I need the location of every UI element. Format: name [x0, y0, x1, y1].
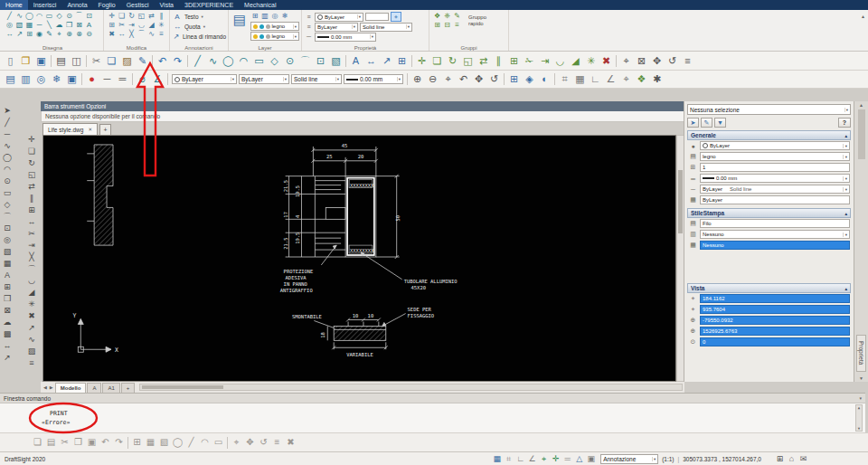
cancella-2-icon[interactable]: ✖ [26, 310, 38, 322]
congela-layer-r-icon[interactable]: ❄ [280, 12, 290, 21]
cmd-griglia-icon[interactable]: ▦ [144, 436, 157, 449]
cmd-arco-icon[interactable]: ◠ [198, 436, 212, 449]
canvas-horizontal-scrollbar[interactable] [139, 384, 683, 391]
annulla-icon[interactable]: ↶ [155, 53, 170, 68]
snap-r-icon[interactable]: ⌖ [54, 30, 64, 39]
gestione-layer-icon[interactable]: ▤ [3, 72, 18, 87]
tab-annota[interactable]: Annota [61, 0, 92, 10]
cmd-copia-icon[interactable]: ❏ [31, 436, 44, 449]
esplodi-2-icon[interactable]: ✳ [26, 299, 38, 310]
chevron-up-icon[interactable]: ▴ [844, 286, 847, 291]
chevron-down-icon[interactable]: ▾ [352, 24, 355, 29]
otrack-stato-icon[interactable]: ✛ [550, 453, 561, 464]
osnap-stato-icon[interactable]: ⌖ [538, 453, 550, 464]
scrollbar-thumb[interactable] [142, 385, 223, 389]
blocco-icon[interactable]: ❒ [2, 293, 14, 305]
cerchio-icon[interactable]: ◯ [221, 53, 236, 68]
estendi-r-icon[interactable]: ⇥ [127, 21, 137, 30]
new-document-tab-button[interactable]: + [99, 124, 111, 135]
selection-mode-toggle[interactable]: ⌖ [391, 12, 401, 22]
chevron-down-icon[interactable]: ▾ [283, 77, 287, 81]
griglia-icon[interactable]: ▦ [572, 72, 588, 87]
ruota-2-icon[interactable]: ↻ [26, 157, 38, 169]
estendi-2-icon[interactable]: ⇥ [26, 240, 38, 251]
taglia-entita-icon[interactable]: ✁ [522, 53, 537, 68]
testo-r-icon[interactable]: A [84, 21, 94, 30]
cmd-proprieta-icon[interactable]: ≡ [270, 436, 284, 449]
printstyle-field[interactable]: Nessuno ▾ [700, 230, 850, 239]
regione-r-icon[interactable]: ▦ [24, 21, 34, 30]
prop-field-layer[interactable]: legno ▾ [700, 152, 850, 161]
scroll-up-icon[interactable]: ▲ [859, 102, 863, 108]
direttrice-r-icon[interactable]: ↗ [14, 30, 24, 39]
chevron-up-icon[interactable]: ▴ [844, 211, 847, 216]
direttrice-icon[interactable]: ↗ [379, 53, 394, 68]
stira-icon[interactable]: ↔ [26, 216, 38, 228]
group-label-proprieta[interactable]: Proprietà [302, 45, 429, 51]
prop-field-transparency[interactable]: ByLayer [700, 195, 850, 204]
area-grafica-icon[interactable]: ⌂ [786, 453, 797, 464]
filtro-icon[interactable]: ▼ [714, 118, 726, 128]
command-scrollbar[interactable]: ▲ ▼ [855, 404, 863, 432]
arco-icon[interactable]: ◠ [236, 53, 251, 68]
sheet-next-icon[interactable]: ▶ [49, 384, 54, 390]
wipeout-icon[interactable]: ▩ [2, 328, 14, 340]
prop-field-color[interactable]: ByLayer ▾ [700, 141, 850, 150]
modifica-rapida-icon[interactable]: ✎ [701, 118, 712, 128]
snap-stato-icon[interactable]: ⌗ [503, 453, 514, 464]
copia-icon[interactable]: ❏ [104, 53, 119, 68]
linea-r-icon[interactable]: ╱ [5, 12, 14, 21]
group-label-disegna[interactable]: Disegna [2, 45, 103, 51]
vista-row[interactable]: ⌖184.1162 [687, 293, 851, 304]
schizzo-r-icon[interactable]: ✎ [44, 30, 54, 39]
poligono-r-icon[interactable]: ◇ [54, 12, 64, 21]
scala-icon[interactable]: ◱ [460, 53, 476, 68]
printstyle-field-selected[interactable]: Nessuno [700, 241, 850, 250]
prop-field-linestyle[interactable]: ByLayer Solid line ▾ [700, 185, 850, 194]
cima-icon[interactable]: ◢ [568, 53, 583, 68]
cmd-rigenera-icon[interactable]: ↺ [257, 436, 270, 449]
chevron-down-icon[interactable]: ▾ [843, 232, 847, 237]
prop-row-color[interactable]: ● ByLayer ▾ [687, 140, 851, 151]
tab-home[interactable]: Home [0, 0, 28, 10]
spezza-icon[interactable]: ╳ [26, 251, 38, 263]
spline-icon[interactable]: ⌒ [297, 53, 313, 68]
blocca-layer-icon[interactable]: ▣ [64, 72, 80, 87]
command-history[interactable]: PRINT «Errore» ▲ ▼ [0, 403, 865, 433]
printstyle-row-2[interactable]: ▥ Nessuno ▾ [687, 229, 851, 240]
cmd-stampa-icon[interactable]: ▤ [44, 436, 58, 449]
regione-icon[interactable]: ▦ [2, 258, 14, 270]
apri-icon[interactable]: ❐ [18, 53, 33, 68]
zoom-finestra-icon[interactable]: ⌖ [618, 53, 634, 68]
line-color-combo[interactable]: ByLayer ▾ [315, 13, 363, 22]
vista-row[interactable]: ⊕1526925.6763 [687, 326, 851, 337]
scroll-down-icon[interactable]: ▼ [858, 426, 860, 431]
colore-entita-icon[interactable]: ● [84, 72, 99, 87]
linestyle-bylayer-combo[interactable]: ByLayer ▾ [315, 23, 358, 32]
stato-layer-r-icon[interactable]: ▥ [260, 12, 270, 21]
chevron-down-icon[interactable]: ▾ [203, 24, 205, 29]
blocco-r-icon[interactable]: ❒ [64, 21, 74, 30]
rettangolo-2-icon[interactable]: ▭ [2, 187, 14, 199]
sheet-prev-icon[interactable]: ◀ [42, 384, 48, 390]
osnap-icon[interactable]: ⌖ [618, 72, 634, 87]
vista-standard-icon[interactable]: ⊞ [506, 72, 522, 87]
gruppo-a-icon[interactable]: ⊞ [432, 21, 442, 30]
modifica-tratteggio-icon[interactable]: ▨ [26, 346, 38, 357]
stato-layer-icon[interactable]: ▥ [18, 72, 33, 87]
cmd-ripristina-icon[interactable]: ↷ [112, 436, 126, 449]
command-window-titlebar[interactable]: Finestra comando ▾ [0, 394, 865, 403]
esplodi-icon[interactable]: ✳ [583, 53, 599, 68]
cmd-taglia-icon[interactable]: ✂ [58, 436, 71, 449]
nuovo-layer-icon[interactable]: ⊞ [250, 12, 260, 21]
taglia-2-icon[interactable]: ✂ [26, 228, 38, 240]
tab-vista[interactable]: Vista [155, 0, 179, 10]
group-label-annotazioni[interactable]: Annotazioni [170, 45, 228, 51]
punto-r-icon[interactable]: ⊡ [84, 12, 94, 21]
offset-r-icon[interactable]: ∥ [156, 12, 166, 21]
chevron-down-icon[interactable]: ▾ [843, 144, 847, 148]
specchia-icon[interactable]: ⇄ [476, 53, 491, 68]
serie-r-icon[interactable]: ⊞ [107, 21, 117, 30]
taglia-icon[interactable]: ✂ [89, 53, 104, 68]
anello-icon[interactable]: ◎ [2, 234, 14, 246]
